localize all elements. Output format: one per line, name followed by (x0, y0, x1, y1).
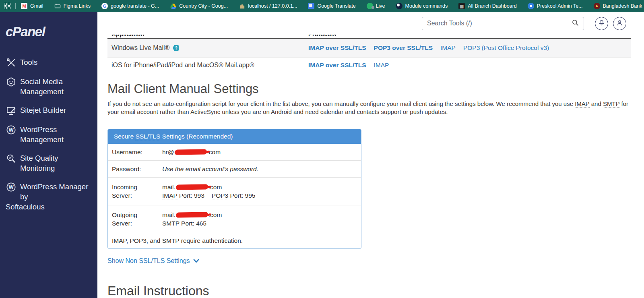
topbar (97, 12, 644, 35)
bookmark-label: All Branch Dashboard (468, 3, 517, 9)
help-icon[interactable] (173, 45, 179, 51)
smtp-abbr: SMTP (603, 100, 619, 108)
bookmark-gmail[interactable]: Gmail (21, 3, 43, 9)
username-label: Username: (108, 148, 162, 156)
username-row: Username: hr@.com (108, 144, 361, 160)
email-instructions-title: Email Instructions (107, 284, 631, 298)
outgoing-server-row: Outgoing Server: mail..com SMTP Port: 46… (108, 205, 361, 233)
redaction-mark (175, 212, 208, 217)
application-name: Windows Live Mail® (111, 44, 169, 52)
redaction-mark (175, 184, 208, 190)
bookmark-label: Module commands (405, 3, 448, 9)
sidebar-item-label: Social Media Management (20, 77, 94, 97)
protocol-link[interactable]: IMAP over SSL/TLS (308, 44, 366, 52)
translate-icon (308, 3, 314, 9)
bookmark-google-translate-page[interactable]: google translate - G... (101, 3, 159, 9)
bookmark-country-city[interactable]: Country City - Goog... (170, 3, 228, 9)
sidebar-item-site-quality-monitoring[interactable]: Site Quality Monitoring (0, 153, 97, 173)
ssl-tls-abbr: SSL/TLS (135, 133, 160, 140)
bookmark-bangladesh-bank[interactable]: Bangladesh Bank (594, 3, 642, 9)
bookmark-all-branch-dashboard[interactable]: All Branch Dashboard (458, 3, 517, 9)
panel-header: Secure SSL/TLS Settings (Recommended) (108, 129, 361, 144)
divider (15, 3, 16, 9)
bell-icon (598, 19, 605, 28)
localhost-icon (239, 3, 245, 9)
outgoing-server-value: mail..com SMTP Port: 465 (162, 211, 222, 228)
bookmark-figma-links[interactable]: Figma Links (54, 3, 91, 9)
drive-icon (170, 3, 176, 9)
bookmark-module-commands[interactable]: Module commands (396, 3, 448, 9)
sidebar-item-label: WordPress Manager by Softaculous (20, 182, 94, 212)
bookmark-label: Gmail (30, 3, 43, 9)
sidebar-nav: Tools Social Media Management Sitejet Bu… (0, 57, 97, 212)
gmail-icon (21, 3, 27, 9)
sidebar-item-social-media-management[interactable]: Social Media Management (0, 77, 97, 97)
bookmark-label: Bangladesh Bank (603, 3, 642, 9)
preskool-icon (528, 3, 534, 9)
protocol-link[interactable]: POP3 (Post Office Protocol v3) (463, 44, 549, 52)
notifications-button[interactable] (595, 17, 608, 30)
wordpress-icon: W (6, 124, 17, 135)
manual-settings-description: If you do not see an auto-configuration … (107, 100, 631, 116)
search-icon[interactable] (571, 19, 580, 29)
bookmark-label: google translate - G... (111, 3, 159, 9)
sidebar-item-label: Sitejet Builder (20, 105, 66, 115)
application-name: iOS for iPhone/iPad/iPod and MacOS® Mail… (111, 62, 254, 69)
password-row: Password: Use the email account's passwo… (108, 160, 361, 177)
bookmark-label: Google Translate (317, 3, 355, 9)
table-row: iOS for iPhone/iPad/iPod and MacOS® Mail… (107, 58, 631, 73)
password-value: Use the email account's password. (162, 165, 258, 173)
user-menu-button[interactable] (613, 17, 626, 30)
bank-icon (594, 3, 600, 9)
apps-grid-icon[interactable] (4, 3, 10, 10)
live-icon (367, 3, 373, 9)
sitejet-icon (6, 105, 17, 116)
main-content: Application Protocols Windows Live Mail®… (97, 35, 644, 298)
protocol-link[interactable]: IMAP (440, 44, 456, 52)
protocol-link[interactable]: IMAP over SSL/TLS (308, 62, 366, 69)
svg-text:W: W (8, 127, 14, 133)
column-application: Application (111, 35, 144, 37)
search-input[interactable] (427, 20, 571, 27)
protocol-link[interactable]: IMAP (374, 62, 389, 69)
imap-abbr: IMAP (162, 192, 178, 199)
globe-icon (396, 3, 402, 9)
chevron-down-icon (193, 257, 199, 265)
incoming-server-value: mail..com IMAP Port: 993POP3 Port: 995 (162, 183, 255, 200)
bookmark-label: Live (376, 3, 385, 9)
bookmark-label: Figma Links (64, 3, 91, 9)
smtp-abbr: SMTP (162, 220, 180, 227)
dashboard-icon (458, 3, 465, 9)
cpanel-logo[interactable]: cPanel (6, 24, 97, 39)
table-row: Windows Live Mail® IMAP over SSL/TLS POP… (107, 39, 631, 58)
imap-abbr: IMAP (575, 100, 589, 108)
protocol-link[interactable]: POP3 over SSL/TLS (374, 44, 433, 52)
sidebar-item-sitejet-builder[interactable]: Sitejet Builder (0, 105, 97, 116)
secure-ssl-settings-panel: Secure SSL/TLS Settings (Recommended) Us… (107, 129, 361, 249)
search-box (422, 17, 584, 30)
bookmark-localhost[interactable]: localhost / 127.0.0.1... (239, 3, 297, 9)
username-value: hr@.com (162, 148, 221, 156)
mail-client-table-header: Application Protocols (107, 35, 631, 39)
sidebar-item-label: WordPress Management (20, 124, 94, 145)
bookmark-preskool-admin[interactable]: Preskool Admin Te... (528, 3, 583, 9)
google-icon (101, 3, 108, 9)
bookmark-label: localhost / 127.0.0.1... (248, 3, 297, 9)
outgoing-server-label: Outgoing Server: (108, 211, 162, 228)
redaction-mark (174, 149, 207, 155)
show-non-ssl-settings-link[interactable]: Show Non SSL/TLS Settings (107, 257, 199, 265)
sidebar-item-tools[interactable]: Tools (0, 57, 97, 68)
column-protocols: Protocols (308, 35, 336, 37)
bookmark-label: Country City - Goog... (179, 3, 228, 9)
sidebar-item-label: Site Quality Monitoring (20, 153, 94, 173)
sidebar-item-wordpress-manager-softaculous[interactable]: W WordPress Manager by Softaculous (0, 182, 97, 212)
bookmark-google-translate[interactable]: Google Translate (308, 3, 355, 9)
sidebar: cPanel Tools Social Media Management Sit… (0, 12, 97, 298)
folder-icon (54, 3, 61, 9)
sidebar-item-wordpress-management[interactable]: W WordPress Management (0, 124, 97, 145)
bookmark-live[interactable]: Live (367, 3, 385, 9)
sidebar-item-label: Tools (20, 57, 37, 67)
panel-footer-note: IMAP, POP3, and SMTP require authenticat… (108, 233, 361, 248)
bookmark-label: Preskool Admin Te... (537, 3, 583, 9)
bookmarks-bar: Gmail Figma Links google translate - G..… (0, 0, 644, 12)
